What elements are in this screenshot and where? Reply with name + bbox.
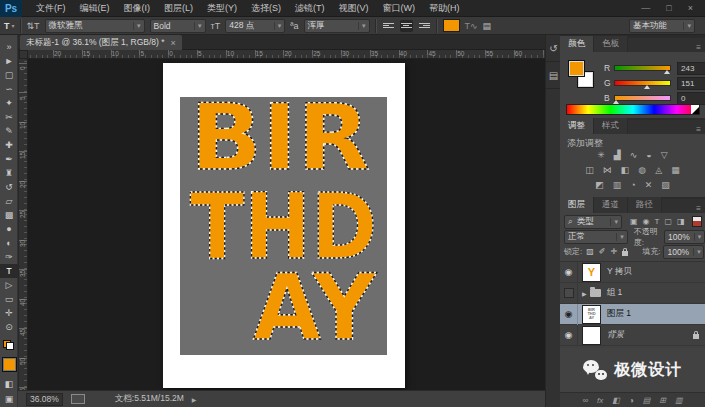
adjustment-icon[interactable]: ◧	[621, 165, 630, 175]
marquee-tool[interactable]: ▢	[0, 68, 18, 82]
status-menu-arrow-icon[interactable]: ▶	[192, 396, 197, 403]
new-group-icon[interactable]: ▤	[643, 396, 651, 405]
canvas-viewport[interactable]: BIR BIR THD THD AY AY	[28, 59, 545, 390]
layer-thumbnail[interactable]	[582, 326, 601, 345]
properties-panel-icon[interactable]: ▤	[546, 62, 561, 89]
visibility-toggle[interactable]: ◉	[560, 262, 578, 283]
panel-menu-icon[interactable]: ≡	[696, 125, 705, 134]
gray-rectangle[interactable]: BIR BIR THD THD AY AY	[180, 97, 387, 355]
adjustment-icon[interactable]: ▥	[613, 180, 622, 190]
lock-all-icon[interactable]	[622, 251, 628, 256]
adjustment-icon[interactable]: ✕	[645, 180, 653, 190]
minimize-button[interactable]: —	[641, 3, 650, 13]
adjustment-icon[interactable]: ◫	[585, 165, 594, 175]
warp-text-icon[interactable]: T∿	[465, 21, 478, 31]
gradient-tool[interactable]: ▩	[0, 208, 18, 222]
crop-tool[interactable]: ✂	[0, 110, 18, 124]
foreground-color-swatch[interactable]	[2, 357, 17, 372]
link-layers-icon[interactable]: ∞	[582, 396, 588, 405]
layer-row[interactable]: ◉背景	[560, 325, 705, 346]
tab-channels[interactable]: 通道	[594, 197, 628, 213]
panel-menu-icon[interactable]: ≡	[696, 204, 705, 213]
fill-field[interactable]: 100% ▾	[663, 245, 704, 259]
adjustment-icon[interactable]: ✳	[597, 150, 605, 160]
anti-alias-select[interactable]: 浑厚 ▾	[304, 19, 370, 33]
align-left-button[interactable]	[382, 20, 395, 32]
healing-brush-tool[interactable]: ✚	[0, 138, 18, 152]
blend-mode-select[interactable]: 正常 ▾	[564, 230, 628, 244]
align-right-button[interactable]	[418, 20, 431, 32]
tab-swatches[interactable]: 色板	[594, 36, 628, 52]
layer-style-icon[interactable]: fx	[597, 396, 603, 405]
layer-mask-icon[interactable]: ◧	[612, 396, 620, 405]
font-family-select[interactable]: 微软雅黑 ▾	[45, 19, 145, 33]
layer-thumbnail[interactable]: Y	[582, 263, 601, 282]
toggle-panels-icon[interactable]: ▤	[483, 21, 492, 31]
adjustment-icon[interactable]: ◩	[595, 180, 604, 190]
layer-filter-select[interactable]: ⌕ 类型 ▾	[564, 215, 622, 229]
lasso-tool[interactable]: ∽	[0, 82, 18, 96]
delete-layer-icon[interactable]: ▥	[675, 396, 683, 405]
text-orientation-icon[interactable]: ⇅T	[27, 21, 40, 31]
shape-tool[interactable]: ▭	[0, 292, 18, 306]
adjustment-icon[interactable]: ▦	[671, 165, 680, 175]
workspace-switcher[interactable]: 基本功能 ▾	[629, 19, 695, 33]
brush-tool[interactable]: ✒	[0, 152, 18, 166]
quick-mask-button[interactable]: ◧	[0, 377, 18, 391]
menu-item[interactable]: 编辑(E)	[74, 0, 116, 17]
adjustment-icon[interactable]: ▽	[661, 150, 668, 160]
history-panel-icon[interactable]: ↺	[546, 35, 561, 62]
lock-icon[interactable]: ✛	[611, 247, 618, 256]
expand-arrow-icon[interactable]: ▶	[582, 290, 587, 297]
adjustment-icon[interactable]: ▟	[614, 150, 621, 160]
visibility-toggle[interactable]: ◉	[560, 304, 578, 325]
panel-menu-icon[interactable]: ≡	[696, 43, 705, 52]
menu-item[interactable]: 滤镜(T)	[289, 0, 331, 17]
lock-icon[interactable]: ✐	[599, 247, 606, 256]
path-selection-tool[interactable]: ▷	[0, 278, 18, 292]
type-tool[interactable]: T	[0, 264, 18, 278]
filter-kind-icon[interactable]: ▢	[664, 217, 672, 226]
font-style-select[interactable]: Bold ▾	[150, 19, 206, 33]
eraser-tool[interactable]: ▱	[0, 194, 18, 208]
zoom-tool[interactable]: ⊙	[0, 320, 18, 334]
move-tool[interactable]: ►	[0, 54, 18, 68]
canvas-page[interactable]: BIR BIR THD THD AY AY	[163, 63, 405, 388]
filter-toggle-switch[interactable]	[692, 216, 702, 227]
menu-item[interactable]: 视图(V)	[333, 0, 375, 17]
default-colors-icon[interactable]	[3, 340, 14, 350]
clone-stamp-tool[interactable]: ♜	[0, 166, 18, 180]
align-center-button[interactable]	[400, 20, 413, 32]
ruler-origin-box[interactable]	[19, 50, 28, 59]
tab-styles[interactable]: 样式	[594, 118, 628, 134]
channel-slider[interactable]	[614, 65, 671, 71]
foreground-color-swatch[interactable]	[568, 60, 585, 77]
collapse-tools[interactable]: »	[0, 40, 18, 54]
adjustment-icon[interactable]: ◔	[630, 180, 635, 190]
ruler-horizontal[interactable]: 2015105051015202530354045505560	[28, 50, 545, 59]
tab-adjustments[interactable]: 调整	[560, 118, 594, 134]
visibility-toggle[interactable]	[560, 283, 578, 304]
spectrum-end-cap[interactable]	[691, 105, 699, 114]
layer-thumbnail[interactable]: BIR THD AY	[582, 305, 601, 324]
channel-value-field[interactable]: 0	[677, 92, 705, 105]
menu-item[interactable]: 窗口(W)	[377, 0, 422, 17]
channel-slider[interactable]	[614, 80, 671, 86]
adjustment-icon[interactable]: ◬	[655, 165, 662, 175]
color-spectrum-bar[interactable]	[566, 104, 700, 115]
visibility-toggle[interactable]: ◉	[560, 325, 578, 346]
menu-item[interactable]: 帮助(H)	[423, 0, 466, 17]
channel-slider[interactable]	[614, 95, 671, 101]
slider-thumb[interactable]	[664, 70, 670, 74]
tab-layers[interactable]: 图层	[560, 197, 594, 213]
dodge-tool[interactable]: ◐	[0, 236, 18, 250]
channel-value-field[interactable]: 151	[677, 77, 705, 90]
close-button[interactable]: ×	[688, 3, 693, 13]
adjustment-layer-icon[interactable]: ◑	[629, 396, 634, 405]
menu-item[interactable]: 类型(Y)	[201, 0, 243, 17]
hand-tool[interactable]: ✛	[0, 306, 18, 320]
blur-tool[interactable]: ●	[0, 222, 18, 236]
adjustment-icon[interactable]: ▨	[661, 180, 670, 190]
slider-thumb[interactable]	[644, 85, 650, 89]
maximize-button[interactable]: □	[666, 3, 671, 13]
